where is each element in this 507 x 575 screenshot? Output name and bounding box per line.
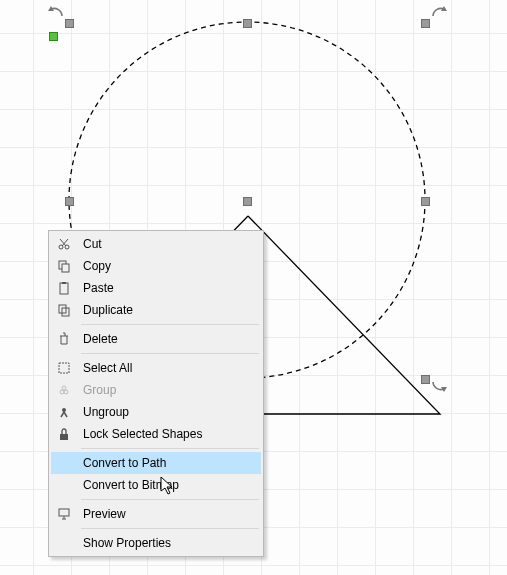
- menu-separator: [81, 528, 259, 529]
- menu-item-group: Group: [51, 379, 261, 401]
- drawing-canvas[interactable]: Cut Copy Paste Duplicate Delete Select A…: [0, 0, 507, 575]
- menu-label: Lock Selected Shapes: [77, 427, 202, 441]
- menu-item-select-all[interactable]: Select All: [51, 357, 261, 379]
- selection-handle[interactable]: [243, 197, 252, 206]
- menu-label: Select All: [77, 361, 132, 375]
- menu-separator: [81, 353, 259, 354]
- menu-label: Cut: [77, 237, 102, 251]
- menu-item-show-properties[interactable]: Show Properties: [51, 532, 261, 554]
- menu-label: Delete: [77, 332, 118, 346]
- scissors-icon: [51, 237, 77, 251]
- svg-point-11: [62, 386, 66, 390]
- menu-item-convert-to-bitmap[interactable]: Convert to Bitmap: [51, 474, 261, 496]
- menu-item-delete[interactable]: Delete: [51, 328, 261, 350]
- menu-label: Group: [77, 383, 116, 397]
- ungroup-icon: [51, 405, 77, 419]
- rotation-handle[interactable]: [430, 372, 450, 392]
- menu-label: Ungroup: [77, 405, 129, 419]
- monitor-icon: [51, 507, 77, 521]
- menu-item-duplicate[interactable]: Duplicate: [51, 299, 261, 321]
- menu-item-paste[interactable]: Paste: [51, 277, 261, 299]
- selection-handle[interactable]: [421, 19, 430, 28]
- menu-item-convert-to-path[interactable]: Convert to Path: [51, 452, 261, 474]
- svg-rect-4: [60, 283, 68, 294]
- lock-icon: [51, 427, 77, 441]
- menu-label: Paste: [77, 281, 114, 295]
- origin-marker[interactable]: [49, 32, 58, 41]
- menu-separator: [81, 324, 259, 325]
- menu-item-ungroup[interactable]: Ungroup: [51, 401, 261, 423]
- menu-label: Duplicate: [77, 303, 133, 317]
- svg-rect-13: [60, 434, 68, 440]
- menu-item-cut[interactable]: Cut: [51, 233, 261, 255]
- menu-label: Preview: [77, 507, 126, 521]
- selection-handle[interactable]: [243, 19, 252, 28]
- select-all-icon: [51, 361, 77, 375]
- menu-item-lock[interactable]: Lock Selected Shapes: [51, 423, 261, 445]
- svg-rect-14: [59, 509, 69, 516]
- duplicate-icon: [51, 303, 77, 317]
- svg-point-9: [60, 390, 64, 394]
- paste-icon: [51, 281, 77, 295]
- trash-icon: [51, 332, 77, 346]
- mouse-cursor: [160, 476, 176, 496]
- menu-label: Convert to Path: [77, 456, 166, 470]
- svg-point-10: [64, 390, 68, 394]
- selection-handle[interactable]: [65, 19, 74, 28]
- menu-separator: [81, 499, 259, 500]
- menu-item-preview[interactable]: Preview: [51, 503, 261, 525]
- group-icon: [51, 383, 77, 397]
- menu-item-copy[interactable]: Copy: [51, 255, 261, 277]
- svg-rect-8: [59, 363, 69, 373]
- menu-label: Show Properties: [77, 536, 171, 550]
- copy-icon: [51, 259, 77, 273]
- menu-label: Copy: [77, 259, 111, 273]
- rotation-handle[interactable]: [45, 6, 65, 26]
- selection-handle[interactable]: [65, 197, 74, 206]
- context-menu: Cut Copy Paste Duplicate Delete Select A…: [48, 230, 264, 557]
- menu-separator: [81, 448, 259, 449]
- svg-rect-5: [62, 282, 66, 284]
- svg-rect-3: [62, 264, 69, 272]
- rotation-handle[interactable]: [430, 6, 450, 26]
- selection-handle[interactable]: [421, 197, 430, 206]
- selection-handle[interactable]: [421, 375, 430, 384]
